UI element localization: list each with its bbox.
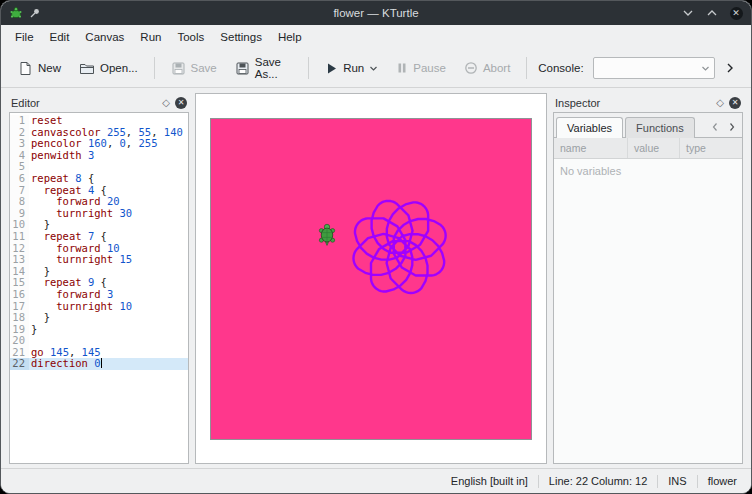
run-dropdown-icon[interactable] [369,64,378,73]
inspector-body: Variables Functions name value type [553,112,743,464]
pin-icon[interactable] [29,7,41,19]
close-button[interactable]: ✕ [729,6,743,20]
variables-table-body: No variables [554,159,742,463]
tab-functions[interactable]: Functions [625,117,695,138]
kturtle-window: flower — KTurtle [0,0,752,494]
open-folder-icon [79,61,95,76]
maximize-button[interactable] [705,6,719,20]
tab-scroll-left-icon[interactable] [707,119,722,134]
code-line-4[interactable]: 4penwidth 3 [10,150,188,162]
run-button[interactable]: Run [318,57,385,80]
inspector-float-icon[interactable]: ◇ [716,97,724,108]
code-line-22[interactable]: 22direction 0 [10,358,188,370]
new-file-icon [18,61,33,76]
pause-button[interactable]: Pause [389,57,453,79]
console-label: Console: [538,62,583,74]
editor-float-icon[interactable]: ◇ [162,97,170,108]
inspector-close-icon[interactable]: ✕ [729,97,741,109]
pause-icon [396,62,408,74]
console-input[interactable] [593,57,715,79]
text-caret [101,358,102,368]
column-value[interactable]: value [628,138,680,158]
abort-button[interactable]: Abort [457,56,518,80]
minimize-button[interactable] [681,6,695,20]
menu-item-help[interactable]: Help [270,28,310,46]
menubar: FileEditCanvasRunToolsSettingsHelp [1,25,751,49]
abort-icon [464,61,478,75]
status-filename: flower [708,475,737,487]
app-icon [9,6,23,20]
menu-item-canvas[interactable]: Canvas [77,28,132,46]
new-button[interactable]: New [11,56,68,81]
no-variables-text: No variables [560,165,621,177]
tab-variables[interactable]: Variables [556,117,623,138]
turtle-sprite[interactable] [319,224,334,245]
menu-item-tools[interactable]: Tools [169,28,212,46]
menu-item-settings[interactable]: Settings [212,28,270,46]
menu-item-edit[interactable]: Edit [42,28,78,46]
save-as-icon [235,61,250,76]
flower-path [353,200,445,292]
canvas-pane [195,93,547,464]
close-icon: ✕ [730,7,743,20]
status-language[interactable]: English [built in] [451,475,528,487]
editor-dock-title: Editor [11,97,162,109]
editor-close-icon[interactable]: ✕ [175,97,187,109]
toolbar-separator [154,57,155,79]
inspector-dock: Inspector ◇ ✕ Variables Functions [553,93,743,464]
toolbar-overflow-button[interactable] [719,58,741,78]
toolbar-separator [308,57,309,79]
turtle-canvas[interactable] [210,118,532,440]
code-line-19[interactable]: 19} [10,324,188,336]
window-title: flower — KTurtle [1,7,751,19]
status-insert-mode[interactable]: INS [668,475,686,487]
editor-code[interactable]: 1reset2canvascolor 255, 55, 1403pencolor… [9,112,189,464]
inspector-dock-titlebar[interactable]: Inspector ◇ ✕ [553,93,743,112]
variables-table-header: name value type [554,138,742,159]
menu-item-file[interactable]: File [7,28,42,46]
toolbar-separator [526,57,527,79]
titlebar[interactable]: flower — KTurtle [1,1,751,25]
toolbar: New Open... Save [1,49,751,88]
editor-dock: Editor ◇ ✕ 1reset2canvascolor 255, 55, 1… [9,93,189,464]
inspector-dock-title: Inspector [555,97,716,109]
save-button[interactable]: Save [164,56,224,81]
save-as-button[interactable]: Save As... [228,51,300,85]
combo-dropdown-icon [701,64,710,73]
run-play-icon [325,62,338,75]
inspector-tabs: Variables Functions [554,113,742,138]
status-cursor-position: Line: 22 Column: 12 [549,475,647,487]
open-button[interactable]: Open... [72,56,145,81]
statusbar: English [built in] Line: 22 Column: 12 I… [1,468,751,493]
save-icon [171,61,186,76]
editor-dock-titlebar[interactable]: Editor ◇ ✕ [9,93,189,112]
tab-scroll-right-icon[interactable] [724,119,739,134]
column-name[interactable]: name [554,138,628,158]
menu-item-run[interactable]: Run [132,28,169,46]
column-type[interactable]: type [680,138,742,158]
main-area: Editor ◇ ✕ 1reset2canvascolor 255, 55, 1… [1,88,751,468]
